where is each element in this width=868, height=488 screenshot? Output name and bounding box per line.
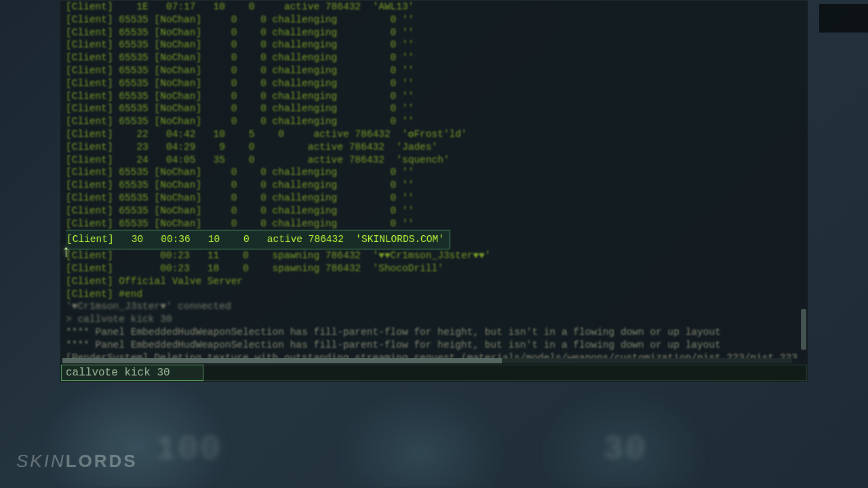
console-line: [Client] 65535 [NoChan] 0 0 challenging … [66,90,798,103]
arrow-up-icon: ↑ [61,243,71,261]
console-line: [Client] 65535 [NoChan] 0 0 challenging … [66,64,798,77]
hud-ammo-value: 30 [604,431,648,468]
console-line: [Client] 65535 [NoChan] 0 0 challenging … [66,179,798,192]
console-line: '♥Cr1mson_J3ster♥' connected [66,300,798,313]
console-line: [Client] 22 04:42 10 5 0 active 786432 '… [66,128,798,141]
console-line: [Client] 65535 [NoChan] 0 0 challenging … [66,14,798,26]
console-line: [Client] 00:23 18 0 spawning 786432 'Sho… [66,262,798,275]
console-line: **** Panel EmbeddedHudWeaponSelection ha… [66,339,798,352]
console-line: [Client] #end [66,288,798,301]
console-line: [Client] 00:23 11 0 spawning 786432 '♥♥C… [66,249,798,262]
hud-health-value: 100 [156,431,222,468]
console-line: [Client] Official Valve Server [66,275,798,288]
watermark-logo: SKINLORDS [16,451,138,472]
vertical-scrollbar-thumb[interactable] [801,309,806,350]
horizontal-scrollbar-track[interactable] [62,358,792,363]
developer-console: [Client] 1E 07:17 10 0 active 786432 'AW… [60,0,808,382]
console-line: [Client] 65535 [NoChan] 0 0 challenging … [66,192,798,205]
console-line-highlighted: [Client] 30 00:36 10 0 active 786432 'SK… [66,230,450,249]
console-line: [Client] 65535 [NoChan] 0 0 challenging … [66,77,798,90]
console-line: [Client] 23 04:29 9 0 active 786432 'Jad… [66,141,798,154]
console-line: [Client] 65535 [NoChan] 0 0 challenging … [66,205,798,218]
console-line: [Client] 65535 [NoChan] 0 0 challenging … [66,39,798,52]
console-line: [Client] 1E 07:17 10 0 active 786432 'AW… [66,1,798,14]
console-line: [Client] 65535 [NoChan] 0 0 challenging … [66,102,798,115]
console-line: [Client] 65535 [NoChan] 0 0 challenging … [66,26,798,39]
console-line: [Client] 65535 [NoChan] 0 0 challenging … [66,166,798,179]
console-input[interactable] [66,367,798,379]
console-line: [Client] 65535 [NoChan] 0 0 challenging … [66,218,798,230]
console-line: [Client] 65535 [NoChan] 0 0 challenging … [66,52,798,64]
watermark-part1: SKIN [16,451,66,471]
right-panel-stub [819,4,868,33]
horizontal-scrollbar-thumb[interactable] [62,358,502,363]
console-output[interactable]: [Client] 1E 07:17 10 0 active 786432 'AW… [66,1,798,359]
console-line: **** Panel EmbeddedHudWeaponSelection ha… [66,326,798,339]
console-line: > callvote kick 30 [66,313,798,326]
console-line: [Client] 24 04:05 35 0 active 786432 'sq… [66,154,798,167]
console-line: [Client] 65535 [NoChan] 0 0 challenging … [66,115,798,128]
watermark-part2: LORDS [66,451,138,471]
console-input-wrap [61,365,807,381]
